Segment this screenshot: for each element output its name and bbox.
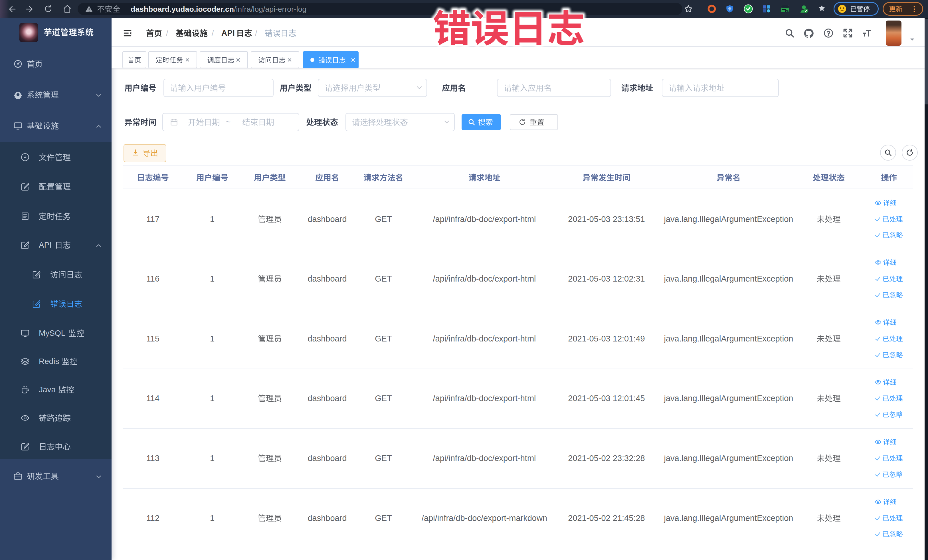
svg-text:on: on bbox=[786, 10, 788, 12]
